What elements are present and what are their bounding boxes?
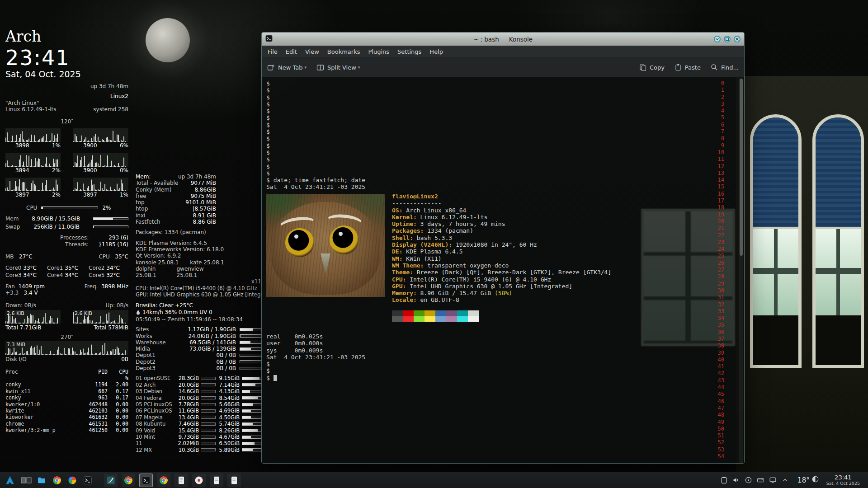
pager-icon[interactable]	[20, 474, 33, 487]
cpu-core-cell: 39000%	[73, 153, 128, 174]
cpu-core-cell: 38942%	[5, 153, 61, 174]
window-minimize-button[interactable]	[714, 36, 721, 42]
terminal-line-number: 1	[711, 87, 724, 94]
cpu-core-cell: 38972%	[5, 178, 61, 198]
digital-clock[interactable]: 23:41 Sat, 4 Oct 2025	[826, 474, 860, 486]
distro-row: 01 openSUSE28.3GiB9.15GiB	[136, 375, 261, 381]
fastfetch-entry: Memory: 8.90 GiB / 15.47 GiB (58%)	[392, 290, 611, 296]
task-chrome[interactable]	[122, 474, 135, 487]
task-document[interactable]	[210, 474, 223, 487]
terminal-line-number: 0	[711, 80, 724, 87]
window-close-button[interactable]	[734, 36, 741, 42]
clipboard-icon[interactable]	[719, 474, 729, 487]
window-maximize-button[interactable]	[724, 36, 731, 42]
clock-time: 23:41	[835, 474, 851, 481]
paste-button[interactable]: Paste	[675, 64, 701, 71]
filesystem-row: Warehouse69.5GiB / 141GiB	[136, 339, 261, 346]
conky-system-monitor-left: Arch 23:41 Sat, 04 Oct. 2025 up 3d 7h 48…	[5, 27, 128, 434]
toolbar: New Tab▾ Split View▾ Copy Paste Find...	[262, 58, 744, 77]
menu-item-view[interactable]: View	[301, 47, 323, 56]
kde-version-line: KDE Frameworks Version: 6.18.0	[136, 246, 261, 253]
fastfetch-entry: Packages: 1334 (pacman)	[392, 227, 611, 234]
menu-item-plugins[interactable]: Plugins	[364, 47, 393, 56]
scrollbar-thumb[interactable]	[740, 79, 743, 256]
color-palette-row-1	[392, 310, 611, 316]
volume-icon[interactable]	[731, 474, 741, 487]
task-chrome[interactable]	[157, 474, 170, 487]
copy-button[interactable]: Copy	[639, 64, 665, 71]
cpu-core-graph	[73, 128, 128, 142]
split-view-button[interactable]: Split View▾	[316, 64, 360, 71]
kde-version-lines: KDE Plasma Version: 6.4.5KDE Frameworks …	[136, 240, 261, 259]
konsole-icon[interactable]	[81, 474, 94, 487]
chevron-up-icon[interactable]	[780, 474, 790, 487]
task-kwrite[interactable]	[175, 474, 188, 487]
menu-item-edit[interactable]: Edit	[282, 47, 301, 56]
task-konsole[interactable]	[139, 474, 153, 487]
window-titlebar[interactable]: ~ : bash — Konsole	[262, 33, 744, 46]
distro-row: 05 PCLinuxOS7.78GiB5.66GiB	[136, 401, 261, 408]
cpu-core-graphs: 38981% 39006% 38942% 39000% 38972% 38971…	[5, 128, 128, 198]
disc-icon[interactable]	[743, 474, 754, 487]
conky-hostname: Linux2	[5, 93, 128, 100]
conky-distro-name: Arch	[5, 27, 128, 46]
terminal-line-number: 15	[711, 183, 724, 190]
menu-item-file[interactable]: File	[264, 47, 282, 56]
menu-item-bookmarks[interactable]: Bookmarks	[323, 47, 364, 56]
cpu-core-cell: 38981%	[5, 128, 61, 149]
conky-kernel-row: Linux 6.12.49-1-lts systemd 258	[5, 106, 128, 113]
terminal-scrollbar[interactable]	[739, 78, 743, 463]
terminal-line-number: 7	[711, 128, 724, 135]
swap-value: 256KiB / 11.0GiB	[33, 224, 80, 230]
terminal-line-number: 24	[711, 246, 724, 253]
task-document[interactable]	[227, 474, 241, 487]
memory-table-row: top9101.0 MiB	[136, 199, 216, 206]
cpu-bar-label: CPU	[26, 205, 37, 211]
file-manager-icon[interactable]	[35, 474, 48, 487]
memory-bar	[93, 217, 128, 220]
display-icon[interactable]	[768, 474, 778, 487]
menu-item-help[interactable]: Help	[425, 47, 447, 56]
memory-table-row: Fastfetch8.86 GiB	[136, 219, 216, 225]
temperature-widget[interactable]: 18°	[797, 475, 819, 485]
network-totals-row: Total 7.71GiB Total 578MiB	[5, 324, 128, 331]
kde-version-line: KDE Plasma Version: 6.4.5	[136, 240, 261, 246]
application-launcher-button[interactable]	[4, 474, 16, 487]
keyboard-icon[interactable]	[755, 474, 766, 487]
swap-bar	[93, 225, 128, 228]
find-button[interactable]: Find...	[711, 64, 739, 71]
fastfetch-entry: Shell: bash 5.3.3	[392, 235, 611, 241]
threads-row: Threads: }1185 (16)	[5, 241, 128, 248]
process-row: chrome4615310.00	[5, 421, 128, 427]
chrome-icon[interactable]	[51, 474, 63, 487]
fastfetch-separator: --------------	[392, 200, 611, 206]
terminal-line-number: 48	[711, 412, 724, 418]
terminal-line-number: 28	[711, 273, 724, 280]
terminal-line-number: 8	[711, 135, 724, 142]
core-temp-cell: Core1 35°C	[47, 265, 87, 272]
distro-row: 10 Mint9.73GiB4.67GiB	[136, 434, 261, 440]
media-colors-icon[interactable]	[66, 474, 79, 487]
clock-date: Sat, 4 Oct 2025	[826, 481, 860, 486]
terminal-area[interactable]: $ $ $ $ $ $ $ $ $ $ $ $ $ $ $ date; time…	[262, 77, 744, 464]
konsole-window: ~ : bash — Konsole FileEditViewBookmarks…	[261, 32, 745, 464]
fastfetch-entry: CPU: Intel(R) Core(TM) i5-9400 (6) @ 4.1…	[392, 276, 611, 283]
system-tray	[719, 474, 790, 487]
task-kate[interactable]	[104, 474, 118, 487]
terminal-line-number: 31	[711, 294, 724, 301]
fastfetch-entry: DE: KDE Plasma 6.4.5	[392, 248, 611, 255]
menu-item-settings[interactable]: Settings	[393, 47, 425, 56]
process-table-header: Proc PID CPU	[5, 369, 128, 375]
terminal-line-number: 34	[711, 315, 724, 322]
new-tab-button[interactable]: New Tab▾	[267, 64, 307, 71]
fastfetch-entry: OS: Arch Linux x86_64	[392, 207, 611, 214]
terminal-line-number: 32	[711, 301, 724, 308]
palette-color	[425, 310, 435, 316]
process-table: conky11942.00kwin_x116670.17conky9630.17…	[5, 381, 128, 433]
disk-io-row: Disk I/O 0B	[5, 356, 128, 363]
upload-graph: 2.6 KiB	[73, 310, 128, 324]
terminal-line-number: 13	[711, 170, 724, 177]
palette-color	[414, 316, 425, 322]
voltage-row: +3.3 3.4 V	[5, 290, 128, 296]
task-media-player[interactable]	[192, 474, 206, 487]
